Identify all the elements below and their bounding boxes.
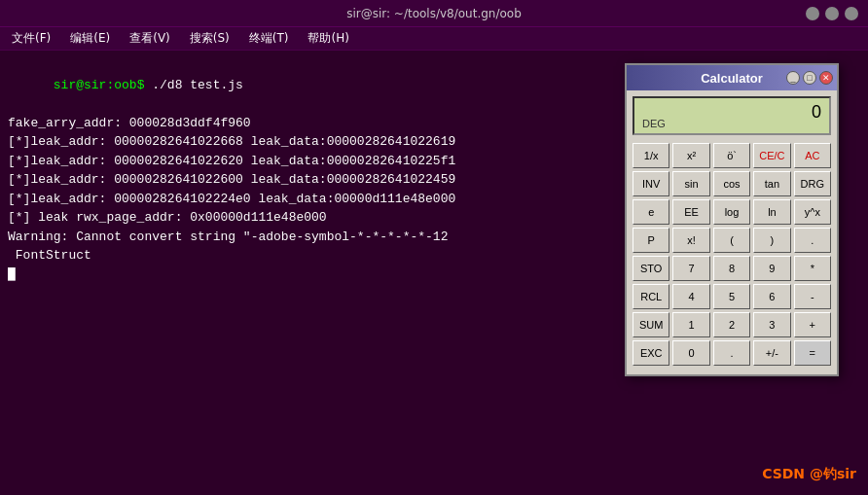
calc-key-yx[interactable]: y^x <box>794 199 831 225</box>
menu-file[interactable]: 文件(F) <box>8 28 54 49</box>
calc-key-drg[interactable]: DRG <box>794 171 831 196</box>
calc-key-sto[interactable]: STO <box>633 256 669 281</box>
calc-row-6: SUM 1 2 3 + <box>633 312 831 337</box>
calc-buttons: 1/x x² ö` CE/C AC INV sin cos tan DRG e … <box>627 139 837 374</box>
terminal-close-button[interactable] <box>845 7 858 20</box>
calc-key-3[interactable]: 3 <box>753 312 790 337</box>
calc-key-open-paren[interactable]: ( <box>713 228 750 253</box>
calc-key-cos[interactable]: cos <box>713 171 750 196</box>
calc-key-equals[interactable]: = <box>794 340 831 366</box>
calc-row-3: P x! ( ) . <box>633 228 831 253</box>
calc-display-value: 0 <box>642 102 821 123</box>
menu-terminal[interactable]: 终端(T) <box>245 28 293 49</box>
calc-key-8[interactable]: 8 <box>713 256 750 281</box>
terminal-minimize-button[interactable] <box>806 7 819 20</box>
calc-key-ac[interactable]: AC <box>794 143 831 168</box>
calc-key-0[interactable]: 0 <box>672 340 709 366</box>
calc-row-2: e EE log ln y^x <box>633 199 831 225</box>
calc-key-inv[interactable]: INV <box>633 171 669 196</box>
menu-search[interactable]: 搜索(S) <box>186 28 234 49</box>
calc-key-plus-minus[interactable]: +/- <box>753 340 790 366</box>
calc-key-tan[interactable]: tan <box>753 171 790 196</box>
calc-key-ce-c[interactable]: CE/C <box>753 143 790 168</box>
watermark: CSDN @钓sir <box>762 466 856 483</box>
terminal-window-controls <box>806 7 858 20</box>
calc-key-2[interactable]: 2 <box>713 312 750 337</box>
terminal-title: sir@sir: ~/tools/v8/out.gn/oob <box>346 7 522 20</box>
calc-key-4[interactable]: 4 <box>672 284 709 309</box>
calc-minimize-button[interactable]: _ <box>786 71 800 85</box>
terminal-cmd: ./d8 test.js <box>144 78 242 92</box>
calc-key-add[interactable]: + <box>794 312 831 337</box>
calc-row-4: STO 7 8 9 * <box>633 256 831 281</box>
calc-row-7: EXC 0 . +/- = <box>633 340 831 366</box>
calc-key-subtract[interactable]: - <box>794 284 831 309</box>
calc-maximize-button[interactable]: □ <box>803 71 816 85</box>
calc-key-rcl[interactable]: RCL <box>633 284 669 309</box>
calc-key-decimal[interactable]: . <box>713 340 750 366</box>
calc-key-6[interactable]: 6 <box>753 284 790 309</box>
calc-display-mode: DEG <box>642 118 666 129</box>
calc-close-button[interactable]: ✕ <box>819 71 833 85</box>
calc-key-e[interactable]: e <box>633 199 669 225</box>
calc-title: Calculator <box>701 71 763 86</box>
terminal-titlebar: sir@sir: ~/tools/v8/out.gn/oob <box>0 0 868 27</box>
calc-key-pi[interactable]: P <box>633 228 669 253</box>
calc-key-close-paren[interactable]: ) <box>753 228 790 253</box>
calc-row-0: 1/x x² ö` CE/C AC <box>633 143 831 168</box>
terminal-menubar: 文件(F) 编辑(E) 查看(V) 搜索(S) 终端(T) 帮助(H) <box>0 27 868 51</box>
calc-row-5: RCL 4 5 6 - <box>633 284 831 309</box>
calc-key-ln[interactable]: ln <box>753 199 790 225</box>
terminal-maximize-button[interactable] <box>825 7 839 20</box>
calc-key-root[interactable]: ö` <box>713 143 750 168</box>
calc-key-sum[interactable]: SUM <box>633 312 669 337</box>
menu-help[interactable]: 帮助(H) <box>304 28 352 49</box>
calc-key-log[interactable]: log <box>713 199 750 225</box>
calc-key-exc[interactable]: EXC <box>633 340 669 366</box>
calc-key-ee[interactable]: EE <box>672 199 709 225</box>
calc-key-7[interactable]: 7 <box>672 256 709 281</box>
menu-edit[interactable]: 编辑(E) <box>66 28 114 49</box>
calc-window-controls: _ □ ✕ <box>786 71 833 85</box>
menu-view[interactable]: 查看(V) <box>126 28 174 49</box>
calc-key-9[interactable]: 9 <box>753 256 790 281</box>
calc-key-inv-x[interactable]: 1/x <box>633 143 669 168</box>
calc-key-multiply[interactable]: * <box>794 256 831 281</box>
calc-key-sin[interactable]: sin <box>672 171 709 196</box>
calc-titlebar: Calculator _ □ ✕ <box>627 65 837 90</box>
terminal-prompt: sir@sir:oob$ <box>54 78 145 92</box>
calc-key-5[interactable]: 5 <box>713 284 750 309</box>
calc-key-dot-row3[interactable]: . <box>794 228 831 253</box>
calc-display: 0 DEG <box>633 96 831 135</box>
calc-key-x2[interactable]: x² <box>672 143 709 168</box>
calculator-window: Calculator _ □ ✕ 0 DEG 1/x x² ö` CE/C AC… <box>625 63 839 376</box>
calc-row-1: INV sin cos tan DRG <box>633 171 831 196</box>
calc-key-1[interactable]: 1 <box>672 312 709 337</box>
calc-key-factorial[interactable]: x! <box>672 228 709 253</box>
